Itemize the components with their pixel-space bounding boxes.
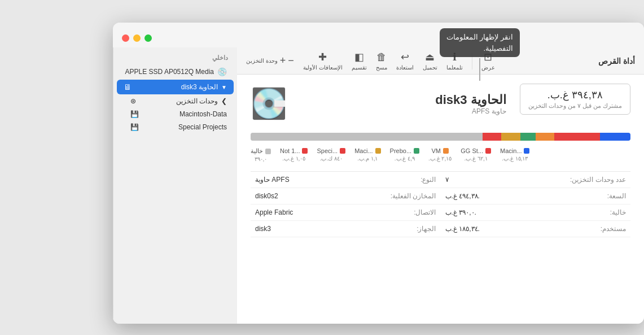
disk-name: الحاوية disk3 bbox=[435, 93, 506, 107]
remove-button[interactable]: − bbox=[288, 55, 294, 67]
sidebar-special-left: Special Projects bbox=[178, 123, 227, 131]
sidebar-volumes-label: وحدات التخزين bbox=[176, 97, 218, 105]
sidebar-item-disk[interactable]: 💿 APPLE SSD AP0512Q Media bbox=[117, 64, 234, 79]
storage-bar bbox=[251, 133, 630, 141]
toolbar-actions: ⊡ عرض ℹ تلمعلما ⏏ تحميل ↩ استعادة bbox=[246, 51, 495, 71]
disk-drive-icon: 💿 bbox=[217, 67, 227, 76]
legend-dot bbox=[302, 148, 308, 154]
partition-icon: ◧ bbox=[354, 51, 364, 63]
details-col-left: النوع: حاوية APFS bbox=[251, 176, 441, 184]
legend-dot bbox=[414, 148, 419, 154]
minimize-button[interactable] bbox=[133, 34, 141, 42]
details-row: السعة: ٤٩٤,٣٨ غ.ب. المخازن الفعلية: disk… bbox=[251, 188, 630, 205]
storage-legend: ...Macin ١٥,١٣ غ.ب. ...GG St ٦٢,١ غ.ب. V… bbox=[251, 147, 630, 162]
legend-dot bbox=[524, 148, 529, 154]
legend-top: ...Not 1 bbox=[280, 147, 308, 154]
sidebar-item-volumes[interactable]: ❯ وحدات التخزين ⊛ bbox=[117, 95, 234, 107]
disk-icon-large: 💽 bbox=[251, 86, 287, 121]
sidebar-macdata-left: Macintosh-Data bbox=[179, 110, 227, 118]
firstaid-button[interactable]: ✚ الإسعافات الأولية bbox=[303, 51, 343, 71]
disk-header: ٣٩٤,٣٨ غ.ب. مشترك من قبل ٧ من وحدات التخ… bbox=[251, 84, 630, 124]
bar-segment bbox=[251, 133, 483, 141]
view-button[interactable]: ⊡ عرض bbox=[481, 51, 495, 71]
legend-top: VM bbox=[431, 147, 449, 154]
sidebar-special-label: Special Projects bbox=[178, 123, 227, 131]
legend-size: ١,١ م.ب. bbox=[357, 155, 378, 162]
macdata-icon: 💾 bbox=[130, 110, 139, 118]
details-value: ٣٩٠,٠ غ.ب. bbox=[445, 208, 476, 216]
chevron-down-icon: ▼ bbox=[221, 84, 227, 90]
info-button[interactable]: ℹ تلمعلما bbox=[446, 51, 463, 71]
legend-name: خالية bbox=[251, 147, 263, 155]
legend-item: ...Not 1 ١,٠٥ غ.ب. bbox=[280, 147, 308, 162]
volumes-icon: ⊛ bbox=[130, 97, 136, 105]
legend-item: VM ٢,١٥ غ.ب. bbox=[428, 147, 452, 162]
special-projects-icon: 💾 bbox=[130, 123, 139, 131]
details-col-left: الاتصال: Apple Fabric bbox=[251, 208, 441, 216]
details-label: مستخدم: bbox=[601, 225, 626, 233]
firstaid-icon: ✚ bbox=[318, 51, 327, 63]
legend-name: ...Maci bbox=[354, 147, 373, 154]
legend-top: ...GG St bbox=[461, 147, 491, 154]
details-value: disk0s2 bbox=[255, 192, 278, 200]
details-row: خالية: ٣٩٠,٠ غ.ب. الاتصال: Apple Fabric bbox=[251, 205, 630, 221]
legend-dot bbox=[443, 148, 449, 154]
legend-size: ٦٢,١ غ.ب. bbox=[465, 155, 488, 162]
main-window: أداة القرص ⊡ عرض ℹ تلمعلما ⏏ تحميل bbox=[113, 23, 644, 324]
legend-size: ١,٠٥ غ.ب. bbox=[282, 155, 305, 162]
sidebar-container-label: الحاوية disk3 bbox=[181, 83, 218, 91]
partition-button[interactable]: ◧ تقسيم bbox=[352, 51, 367, 71]
close-button[interactable] bbox=[122, 34, 129, 42]
details-value: Apple Fabric bbox=[255, 208, 293, 216]
sidebar-macdata-label: Macintosh-Data bbox=[179, 110, 227, 118]
legend-size: ٣٩٠,٠ bbox=[255, 156, 268, 162]
legend-top: ...Macin bbox=[500, 147, 530, 154]
details-col-right: عدد وحدات التخزين: ٧ bbox=[441, 176, 631, 184]
sidebar-item-container-left: ▼ الحاوية disk3 bbox=[181, 83, 227, 91]
details-col-right: مستخدم: ١٨٥,٣٤ غ.ب. bbox=[441, 225, 631, 233]
legend-size: ٨٤٠ ك.ب. bbox=[320, 155, 343, 162]
legend-name: ...Prebo bbox=[390, 147, 412, 154]
details-col-left: المخازن الفعلية: disk0s2 bbox=[251, 192, 441, 200]
erase-icon: 🗑 bbox=[376, 51, 387, 63]
legend-size: ١٥,١٣ غ.ب. bbox=[502, 155, 528, 162]
legend-item: ...Macin ١٥,١٣ غ.ب. bbox=[500, 147, 530, 162]
details-value: ٧ bbox=[445, 176, 449, 184]
details-col-right: السعة: ٤٩٤,٣٨ غ.ب. bbox=[441, 192, 631, 200]
restore-icon: ↩ bbox=[401, 51, 409, 63]
legend-dot bbox=[485, 148, 491, 154]
free-space-value: ٣٩٤,٣٨ غ.ب. bbox=[528, 89, 622, 101]
bar-segment bbox=[520, 133, 536, 141]
sidebar-item-container[interactable]: ▼ الحاوية disk3 🖥 bbox=[117, 80, 234, 94]
legend-top: خالية bbox=[251, 147, 271, 155]
add-button[interactable]: + bbox=[280, 55, 286, 67]
sidebar-item-macintosh-data[interactable]: Macintosh-Data 💾 bbox=[117, 108, 234, 120]
details-label: المخازن الفعلية: bbox=[391, 192, 436, 200]
info-panel: ٣٩٤,٣٨ غ.ب. مشترك من قبل ٧ من وحدات التخ… bbox=[237, 75, 644, 324]
legend-name: ...GG St bbox=[461, 147, 483, 154]
sidebar: داخلي 💿 APPLE SSD AP0512Q Media ▼ الحاوي… bbox=[113, 47, 237, 324]
disk-type: حاوية APFS bbox=[435, 107, 506, 115]
details-table: عدد وحدات التخزين: ٧ النوع: حاوية APFS ا… bbox=[251, 171, 630, 237]
details-row: مستخدم: ١٨٥,٣٤ غ.ب. الجهاز: disk3 bbox=[251, 221, 630, 237]
legend-top: ...Maci bbox=[354, 147, 380, 154]
legend-item: ...Maci ١,١ م.ب. bbox=[354, 147, 380, 162]
bar-segment bbox=[554, 133, 600, 141]
details-label: خالية: bbox=[610, 208, 626, 216]
chevron-right-icon: ❯ bbox=[221, 97, 227, 105]
erase-button[interactable]: 🗑 مسح bbox=[376, 51, 387, 71]
legend-name: VM bbox=[431, 147, 441, 154]
maximize-button[interactable] bbox=[144, 34, 152, 42]
restore-button[interactable]: ↩ استعادة bbox=[396, 51, 414, 71]
storage-bar-container bbox=[251, 133, 630, 141]
sidebar-volumes-left: ❯ وحدات التخزين bbox=[176, 97, 227, 105]
mount-button[interactable]: ⏏ تحميل bbox=[423, 51, 437, 71]
legend-top: ...Speci bbox=[317, 147, 345, 154]
details-row: عدد وحدات التخزين: ٧ النوع: حاوية APFS bbox=[251, 172, 630, 188]
legend-item: ...GG St ٦٢,١ غ.ب. bbox=[461, 147, 491, 162]
legend-dot bbox=[375, 148, 381, 154]
legend-size: ٢,١٥ غ.ب. bbox=[428, 155, 452, 162]
legend-dot bbox=[340, 148, 345, 154]
details-label: النوع: bbox=[420, 176, 436, 184]
sidebar-item-special-projects[interactable]: Special Projects 💾 bbox=[117, 121, 234, 133]
